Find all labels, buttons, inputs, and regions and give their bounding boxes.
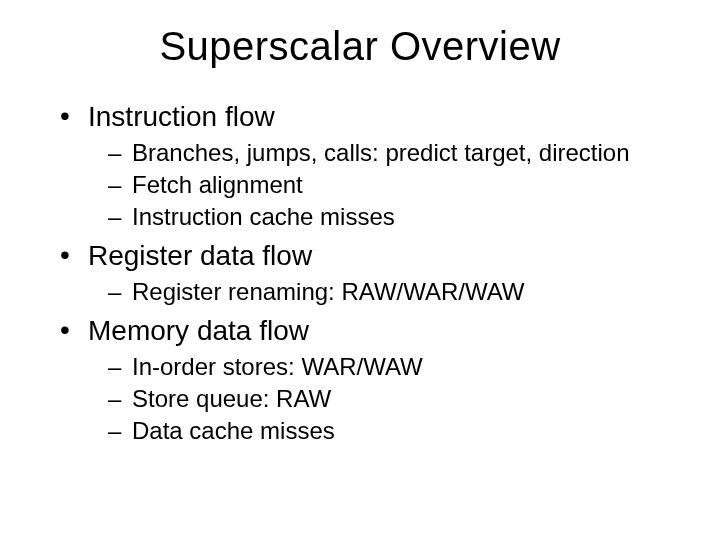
bullet-icon: •	[60, 313, 74, 347]
list-item-text: Instruction flow	[88, 99, 275, 134]
list-item: • Instruction flow	[60, 99, 670, 134]
dash-icon: –	[108, 202, 122, 232]
sublist: – In-order stores: WAR/WAW – Store queue…	[60, 352, 670, 446]
dash-icon: –	[108, 277, 122, 307]
list-item-text: Branches, jumps, calls: predict target, …	[132, 138, 630, 168]
list-item-text: Fetch alignment	[132, 170, 303, 200]
list-item-text: Store queue: RAW	[132, 384, 331, 414]
dash-icon: –	[108, 138, 122, 168]
list-item: – Register renaming: RAW/WAR/WAW	[108, 277, 670, 307]
bullet-icon: •	[60, 238, 74, 272]
list-item-text: Memory data flow	[88, 313, 309, 348]
list-item: – Store queue: RAW	[108, 384, 670, 414]
slide-title: Superscalar Overview	[50, 24, 670, 69]
list-item-text: In-order stores: WAR/WAW	[132, 352, 423, 382]
sublist: – Branches, jumps, calls: predict target…	[60, 138, 670, 232]
list-item: – Branches, jumps, calls: predict target…	[108, 138, 670, 168]
list-item-text: Register renaming: RAW/WAR/WAW	[132, 277, 525, 307]
sublist: – Register renaming: RAW/WAR/WAW	[60, 277, 670, 307]
slide-content: • Instruction flow – Branches, jumps, ca…	[50, 99, 670, 446]
list-item: – Fetch alignment	[108, 170, 670, 200]
list-item: – In-order stores: WAR/WAW	[108, 352, 670, 382]
list-item-text: Data cache misses	[132, 416, 335, 446]
list-item-text: Register data flow	[88, 238, 312, 273]
list-item: – Instruction cache misses	[108, 202, 670, 232]
dash-icon: –	[108, 416, 122, 446]
dash-icon: –	[108, 170, 122, 200]
dash-icon: –	[108, 352, 122, 382]
list-item-text: Instruction cache misses	[132, 202, 395, 232]
list-item: • Memory data flow	[60, 313, 670, 348]
list-item: – Data cache misses	[108, 416, 670, 446]
bullet-icon: •	[60, 99, 74, 133]
dash-icon: –	[108, 384, 122, 414]
list-item: • Register data flow	[60, 238, 670, 273]
